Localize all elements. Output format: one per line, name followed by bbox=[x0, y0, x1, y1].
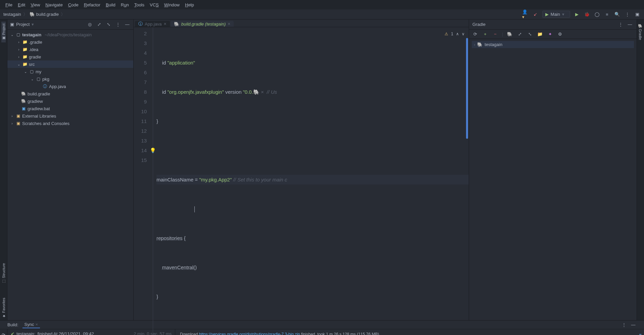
menu-code[interactable]: Code bbox=[65, 1, 81, 9]
tree-item-build-gradle[interactable]: 🐘build.gradle bbox=[7, 90, 133, 97]
build-panel-label: Build: bbox=[7, 322, 18, 327]
collapse-icon[interactable]: ⤡ bbox=[105, 21, 112, 28]
tree-item-my[interactable]: ⌄▢my bbox=[7, 68, 133, 75]
tree-item-scratches[interactable]: ›▣Scratches and Consoles bbox=[7, 120, 133, 127]
breadcrumb-file[interactable]: build.gradle bbox=[36, 12, 59, 17]
minimize-icon[interactable]: — bbox=[627, 21, 633, 28]
tree-item-gradlew[interactable]: 🐘gradlew bbox=[7, 97, 133, 105]
tree-item-gradle-dir[interactable]: ›📁.gradle bbox=[7, 38, 133, 46]
minimize-icon[interactable]: — bbox=[630, 322, 637, 328]
minimize-icon[interactable]: — bbox=[124, 21, 131, 28]
menu-run[interactable]: Run bbox=[118, 1, 132, 9]
tree-item-idea-dir[interactable]: ›📁.idea bbox=[7, 46, 133, 53]
prev-highlight-icon[interactable]: ∧ bbox=[456, 29, 459, 39]
editor-tab-build-gradle[interactable]: 🐘 build.gradle (testagain) × bbox=[171, 21, 234, 27]
menu-help[interactable]: Help bbox=[182, 1, 197, 9]
run-configuration-dropdown[interactable]: ▶ Main ▾ bbox=[542, 11, 570, 18]
breadcrumb-project[interactable]: testagain bbox=[3, 12, 21, 17]
build-left-toolbar: ⟳ ■ 📌 👁 bbox=[0, 329, 7, 335]
download-url-link[interactable]: https://services.gradle.org/distribution… bbox=[199, 332, 300, 335]
tree-item-app-java[interactable]: ⓙApp.java bbox=[7, 83, 133, 90]
menu-file[interactable]: File bbox=[3, 1, 15, 9]
coverage-button[interactable]: ◯ bbox=[594, 11, 600, 18]
warning-icon: ⚠ bbox=[445, 29, 448, 39]
right-tool-strip: 🐘 Gradle bbox=[637, 19, 644, 320]
search-everywhere-button[interactable]: 🔍 bbox=[614, 11, 620, 18]
next-highlight-icon[interactable]: ∨ bbox=[462, 29, 465, 39]
build-right-toolbar: ≡ ↓ bbox=[637, 329, 644, 335]
gradle-icon: 🐘 bbox=[477, 42, 482, 47]
ide-settings-icon[interactable]: ▣ bbox=[634, 11, 641, 18]
more-icon[interactable]: ⋮ bbox=[624, 11, 631, 18]
text-cursor bbox=[194, 206, 195, 212]
remove-icon[interactable]: − bbox=[492, 31, 499, 38]
structure-tool-button[interactable]: ⬚ Structure bbox=[1, 261, 6, 286]
favorites-tool-button[interactable]: ★ Favorites bbox=[1, 296, 6, 320]
gradle-tree[interactable]: › 🐘 testagain bbox=[469, 39, 637, 50]
gradle-panel-title: Gradle bbox=[472, 22, 486, 27]
settings-icon[interactable]: ⚙ bbox=[557, 31, 563, 38]
tree-item-src[interactable]: ⌄📁src bbox=[7, 60, 133, 68]
menu-navigate[interactable]: Navigate bbox=[43, 1, 65, 9]
chevron-right-icon: 〉 bbox=[61, 11, 65, 17]
chevron-right-icon: 〉 bbox=[23, 11, 28, 17]
gradle-execute-icon[interactable]: 🐘 bbox=[506, 31, 513, 38]
menu-build[interactable]: Build bbox=[103, 1, 118, 9]
editor-tab-app-java[interactable]: ⓙ App.java × bbox=[135, 21, 170, 27]
code-editor-content[interactable]: ⚠1 ∧ ∨ id "application" id "org.openjfx.… bbox=[153, 27, 469, 335]
gradle-toolbar: ⟳ + − | 🐘 ⤢ ⤡ 📁 ✦ ⚙ bbox=[469, 30, 637, 39]
project-tool-button[interactable]: ▣ Project bbox=[1, 22, 6, 42]
editor-area: ⓙ App.java × 🐘 build.gradle (testagain) … bbox=[134, 19, 469, 320]
tree-item-gradle-dir2[interactable]: ›📁gradle bbox=[7, 53, 133, 60]
menu-tools[interactable]: Tools bbox=[132, 1, 147, 9]
close-tab-icon[interactable]: × bbox=[228, 21, 230, 27]
editor-vertical-scrollbar[interactable] bbox=[466, 38, 468, 139]
tree-item-pkg[interactable]: ⌄▢pkg bbox=[7, 75, 133, 83]
settings-icon[interactable]: ⋮ bbox=[114, 21, 121, 28]
gradle-tool-window: Gradle ⋮ — ⟳ + − | 🐘 ⤢ ⤡ 📁 ✦ ⚙ › 🐘 testa… bbox=[469, 19, 637, 320]
more-icon[interactable]: ⋮ bbox=[617, 21, 624, 28]
back-arrow-icon[interactable]: ↙ bbox=[532, 11, 539, 18]
project-icon: ▣ bbox=[10, 22, 14, 27]
expand-all-icon[interactable]: ⤢ bbox=[516, 31, 523, 38]
soft-wrap-icon[interactable]: ≡ bbox=[637, 331, 644, 335]
menu-vcs[interactable]: VCS bbox=[147, 1, 162, 9]
tree-root[interactable]: ⌄▢ testagain ~/IdeaProjects/testagain bbox=[7, 31, 133, 38]
editor-tabs: ⓙ App.java × 🐘 build.gradle (testagain) … bbox=[134, 19, 469, 27]
gradle-tool-button[interactable]: 🐘 Gradle bbox=[638, 22, 643, 42]
close-icon[interactable]: × bbox=[35, 322, 38, 327]
run-button[interactable]: ▶ bbox=[573, 11, 580, 18]
rerun-icon[interactable]: ⟳ bbox=[0, 331, 7, 335]
add-icon[interactable]: + bbox=[482, 31, 489, 38]
editor-body[interactable]: 23456789101112131415 ⚠1 ∧ ∨ id "applicat… bbox=[134, 27, 469, 335]
project-tree[interactable]: ⌄▢ testagain ~/IdeaProjects/testagain ›📁… bbox=[7, 30, 133, 320]
navigation-bar: testagain 〉 🐘 build.gradle 〉 👤▾ ↙ ▶ Main… bbox=[0, 9, 644, 19]
target-icon[interactable]: ◎ bbox=[86, 21, 93, 28]
stop-button[interactable]: ■ bbox=[604, 11, 610, 18]
menu-view[interactable]: View bbox=[28, 1, 43, 9]
collapse-all-icon[interactable]: ⤡ bbox=[526, 31, 533, 38]
tree-item-gradlew-bat[interactable]: ▣gradlew.bat bbox=[7, 105, 133, 112]
menu-edit[interactable]: Edit bbox=[15, 1, 28, 9]
menu-window[interactable]: Window bbox=[162, 1, 182, 9]
main-content-area: ▣ Project ⬚ Structure ★ Favorites ▣ Proj… bbox=[0, 19, 644, 320]
build-subtab-sync[interactable]: Sync × bbox=[22, 321, 40, 328]
close-tab-icon[interactable]: × bbox=[164, 21, 167, 27]
build-output-console[interactable]: Download https://services.gradle.org/dis… bbox=[175, 329, 637, 335]
debug-button[interactable]: 🐞 bbox=[584, 11, 590, 18]
gradle-project-root[interactable]: › 🐘 testagain bbox=[472, 41, 634, 48]
more-icon[interactable]: ⋮ bbox=[620, 322, 627, 328]
user-icon[interactable]: 👤▾ bbox=[522, 11, 529, 18]
intention-bulb-icon[interactable]: 💡 bbox=[150, 145, 156, 155]
refresh-icon[interactable]: ⟳ bbox=[472, 31, 478, 38]
offline-mode-icon[interactable]: ✦ bbox=[547, 31, 553, 38]
expand-icon[interactable]: ⤢ bbox=[96, 21, 102, 28]
chevron-down-icon: ▾ bbox=[562, 12, 564, 17]
editor-inspections-widget[interactable]: ⚠1 ∧ ∨ bbox=[445, 29, 465, 39]
folder-icon[interactable]: 📁 bbox=[537, 31, 543, 38]
success-icon: ✔ bbox=[11, 331, 14, 335]
menu-refactor[interactable]: Refactor bbox=[81, 1, 103, 9]
tree-item-ext-libs[interactable]: ›▣External Libraries bbox=[7, 112, 133, 120]
chevron-down-icon[interactable]: ▾ bbox=[32, 22, 34, 27]
project-panel-header: ▣ Project ▾ ◎ ⤢ ⤡ ⋮ — bbox=[7, 19, 133, 30]
